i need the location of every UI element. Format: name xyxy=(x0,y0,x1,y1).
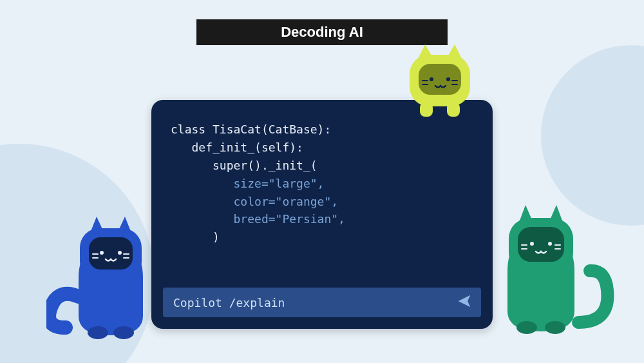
code-line-7: ) xyxy=(171,230,220,244)
svg-point-19 xyxy=(113,326,134,339)
code-line-1: class TisaCat(CatBase): xyxy=(171,123,331,136)
copilot-input[interactable]: Copilot /explain xyxy=(163,288,481,317)
code-panel: class TisaCat(CatBase): def_init_(self):… xyxy=(151,100,493,329)
svg-rect-8 xyxy=(420,103,433,117)
svg-point-12 xyxy=(100,251,104,255)
code-line-3: super()._init_( xyxy=(171,159,317,172)
send-icon[interactable] xyxy=(458,295,471,310)
code-line-4: size="large", xyxy=(171,177,324,190)
svg-point-23 xyxy=(548,242,552,246)
svg-point-13 xyxy=(118,251,122,255)
svg-point-22 xyxy=(530,242,534,246)
code-block: class TisaCat(CatBase): def_init_(self):… xyxy=(171,121,473,246)
svg-rect-9 xyxy=(447,103,460,117)
svg-point-18 xyxy=(88,326,108,339)
cat-mascot-yellow xyxy=(392,42,488,126)
svg-point-29 xyxy=(545,321,565,334)
code-line-5: color="orange", xyxy=(171,195,338,208)
page-title: Decoding AI xyxy=(281,24,363,41)
svg-rect-1 xyxy=(419,64,461,95)
cat-mascot-blue xyxy=(46,206,175,342)
svg-point-28 xyxy=(516,321,537,334)
svg-point-2 xyxy=(430,77,433,81)
code-line-6: breed="Persian", xyxy=(171,212,345,226)
copilot-prompt: Copilot /explain xyxy=(173,296,285,309)
cat-mascot-green xyxy=(482,193,617,342)
svg-point-3 xyxy=(446,77,450,81)
code-line-2: def_init_(self): xyxy=(171,141,303,154)
title-bar: Decoding AI xyxy=(196,19,448,45)
